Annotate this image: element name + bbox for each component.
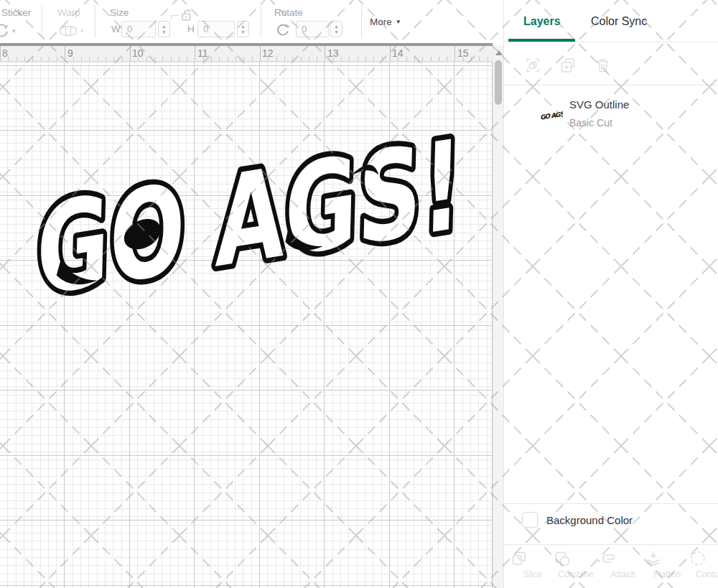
ruler-number: 14 — [392, 47, 404, 59]
panel-divider — [504, 85, 718, 85]
duplicate-icon[interactable] — [559, 57, 577, 74]
slice-button[interactable]: Slice — [510, 546, 556, 587]
warp-dropdown-caret[interactable]: ▾ — [80, 27, 84, 34]
combine-icon — [553, 549, 572, 568]
go-ags-design[interactable]: GO AGS! — [19, 108, 484, 323]
warp-label: Warp — [57, 7, 80, 18]
slice-icon — [510, 549, 528, 568]
delete-icon[interactable] — [595, 57, 612, 74]
design-canvas[interactable]: GO AGS! — [0, 62, 493, 588]
ruler-ticks — [0, 57, 493, 61]
background-color-label: Background Color — [546, 514, 633, 526]
flatten-label: Flatten — [644, 569, 690, 579]
rotate-stepper-up[interactable]: ▲ — [334, 24, 338, 29]
toolbar-divider — [95, 5, 95, 38]
toolbar-divider — [42, 5, 42, 38]
scrollbar-up-arrow[interactable] — [495, 50, 503, 55]
group-icon[interactable] — [524, 57, 541, 74]
warp-icon[interactable] — [59, 25, 78, 37]
background-color-row[interactable]: Background Color — [504, 503, 718, 544]
attach-label: Attach — [600, 569, 646, 579]
combine-label: Combine — [553, 569, 599, 579]
design-text: GO AGS! — [19, 115, 470, 323]
width-input[interactable] — [121, 21, 156, 37]
combine-button[interactable]: ▾ Combine — [553, 546, 599, 587]
sticker-dropdown-caret[interactable]: ▾ — [12, 27, 16, 34]
layer-title: SVG Outline — [569, 98, 629, 111]
cricut-design-app: Sticker ▾ Warp ▾ Size W ▲▼ H ▲▼ Rotate — [0, 0, 718, 588]
contour-icon — [689, 549, 707, 568]
ruler-number: 10 — [132, 47, 144, 59]
flatten-button[interactable]: Flatten — [644, 546, 690, 587]
ruler-number: 9 — [67, 47, 73, 59]
toolbar-divider — [261, 5, 261, 38]
more-caret-icon: ▼ — [396, 19, 401, 25]
width-stepper-down[interactable]: ▼ — [162, 29, 166, 34]
layer-cut-type: Basic Cut — [569, 117, 612, 129]
ruler-number: 8 — [2, 47, 8, 59]
width-stepper[interactable]: ▲▼ — [158, 21, 170, 37]
rotate-icon[interactable] — [275, 22, 291, 37]
rotate-stepper-down[interactable]: ▼ — [334, 29, 338, 34]
rotate-input[interactable] — [296, 21, 329, 37]
flatten-icon — [644, 549, 663, 568]
lock-connector-left — [171, 15, 179, 19]
height-field-label: H — [187, 24, 195, 34]
ruler-number: 11 — [197, 47, 208, 59]
toolbar-divider — [361, 5, 362, 38]
attach-icon — [600, 549, 619, 568]
size-label: Size — [110, 7, 129, 18]
contour-label: Contour — [689, 569, 718, 579]
height-stepper-up[interactable]: ▲ — [241, 24, 245, 29]
ruler-number: 13 — [327, 47, 339, 59]
height-stepper-down[interactable]: ▼ — [241, 29, 245, 34]
tab-layers[interactable]: Layers — [523, 15, 561, 28]
canvas-vertical-scrollbar[interactable] — [493, 45, 503, 588]
unlock-proportions-icon[interactable] — [180, 8, 193, 22]
height-input[interactable] — [197, 21, 235, 37]
more-button[interactable]: More▼ — [370, 17, 401, 27]
rotate-stepper[interactable]: ▲▼ — [330, 21, 342, 37]
contour-button[interactable]: Contour — [689, 546, 718, 587]
width-field-label: W — [111, 24, 121, 34]
top-toolbar: Sticker ▾ Warp ▾ Size W ▲▼ H ▲▼ Rotate — [0, 0, 504, 43]
ruler-number: 15 — [457, 47, 469, 59]
panel-divider — [504, 42, 718, 42]
attach-button[interactable]: Attach — [600, 546, 646, 587]
ruler-number: 12 — [262, 47, 274, 59]
tab-color-sync[interactable]: Color Sync — [591, 15, 647, 28]
width-stepper-up[interactable]: ▲ — [162, 24, 166, 29]
background-color-swatch[interactable] — [522, 512, 538, 528]
sticker-icon[interactable] — [0, 24, 9, 39]
slice-label: Slice — [510, 569, 556, 579]
rotate-label: Rotate — [274, 7, 303, 18]
layer-row-svg-outline[interactable]: GO AGS! SVG Outline Basic Cut — [504, 90, 718, 136]
scrollbar-thumb[interactable] — [495, 60, 502, 105]
more-label: More — [370, 17, 392, 27]
layers-panel: Layers Color Sync GO AGS! SVG Outline Ba… — [503, 0, 718, 588]
height-stepper[interactable]: ▲▼ — [237, 21, 249, 37]
sticker-label: Sticker — [1, 7, 31, 18]
panel-divider — [504, 544, 718, 545]
horizontal-ruler: 8 9 10 11 12 13 14 15 — [0, 46, 493, 62]
layer-thumbnail: GO AGS! — [540, 108, 563, 121]
